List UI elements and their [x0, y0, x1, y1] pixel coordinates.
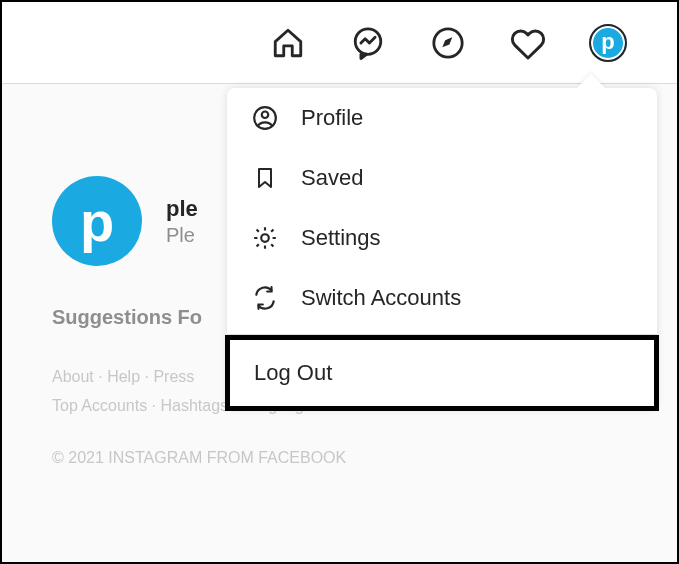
- dropdown-item-label: Saved: [301, 165, 363, 191]
- svg-marker-2: [442, 37, 452, 47]
- profile-avatar-button[interactable]: p: [589, 24, 627, 62]
- username[interactable]: ple: [166, 196, 198, 222]
- dropdown-item-profile[interactable]: Profile: [227, 88, 657, 148]
- dropdown-item-logout[interactable]: Log Out: [225, 335, 659, 411]
- footer-link-help[interactable]: Help: [107, 368, 140, 385]
- gear-icon: [251, 224, 279, 252]
- profile-icon: [251, 104, 279, 132]
- footer-link-top-accounts[interactable]: Top Accounts: [52, 397, 147, 414]
- messenger-icon[interactable]: [349, 24, 387, 62]
- top-nav: p: [2, 2, 677, 84]
- bookmark-icon: [251, 164, 279, 192]
- dropdown-item-switch-accounts[interactable]: Switch Accounts: [227, 268, 657, 328]
- footer-link-press[interactable]: Press: [153, 368, 194, 385]
- dropdown-item-label: Settings: [301, 225, 381, 251]
- footer-link-hashtags[interactable]: Hashtags: [161, 397, 229, 414]
- avatar-letter: p: [601, 29, 614, 55]
- dropdown-item-label: Log Out: [254, 360, 332, 385]
- footer-link-about[interactable]: About: [52, 368, 94, 385]
- copyright-text: © 2021 INSTAGRAM FROM FACEBOOK: [52, 449, 627, 467]
- dropdown-item-label: Profile: [301, 105, 363, 131]
- svg-point-5: [261, 234, 269, 242]
- dropdown-item-label: Switch Accounts: [301, 285, 461, 311]
- svg-point-4: [262, 112, 269, 119]
- fullname: Ple: [166, 224, 198, 247]
- dropdown-item-settings[interactable]: Settings: [227, 208, 657, 268]
- switch-icon: [251, 284, 279, 312]
- avatar[interactable]: p: [52, 176, 142, 266]
- activity-heart-icon[interactable]: [509, 24, 547, 62]
- dropdown-item-saved[interactable]: Saved: [227, 148, 657, 208]
- avatar-letter: p: [80, 189, 114, 254]
- home-icon[interactable]: [269, 24, 307, 62]
- profile-dropdown: Profile Saved Settings Switch Accounts L…: [227, 88, 657, 409]
- explore-icon[interactable]: [429, 24, 467, 62]
